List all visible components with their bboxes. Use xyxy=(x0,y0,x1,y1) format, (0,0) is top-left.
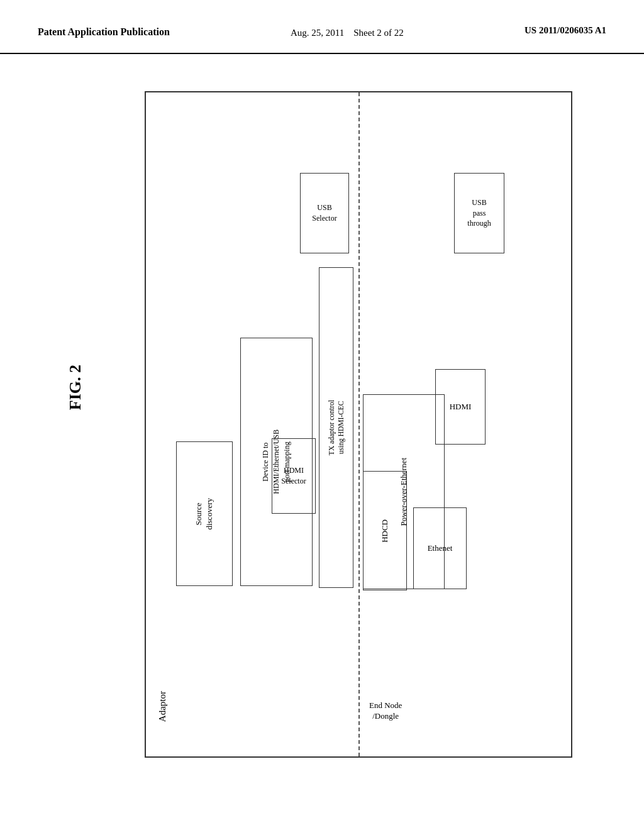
page-header: Patent Application Publication Aug. 25, … xyxy=(0,0,644,54)
usb-selector-box: USBSelector xyxy=(300,173,349,253)
tx-adaptor-box: TX adaptor controlusing HDMI-CEC xyxy=(319,267,353,588)
hdcd-box: HDCD xyxy=(363,471,407,590)
figure-label: FIG. 2 xyxy=(66,365,85,410)
patent-number: US 2011/0206035 A1 xyxy=(525,25,606,36)
source-discovery-box: Sourcediscovery xyxy=(176,441,233,586)
endnode-label: End Node/Dongle xyxy=(369,700,402,722)
hdmi-selector-box: HDMISelector xyxy=(272,438,316,514)
hdmi-right-box: HDMI xyxy=(435,369,486,445)
section-divider xyxy=(358,92,360,756)
usb-passthrough-box: USBpassthrough xyxy=(454,173,504,253)
ethernet-box: Ethenet xyxy=(413,507,467,589)
header-date-sheet: Aug. 25, 2011 Sheet 2 of 22 xyxy=(291,25,404,40)
adaptor-label: Adaptor xyxy=(157,691,168,722)
diagram-container: Adaptor End Node/Dongle Sourcediscovery … xyxy=(145,91,572,758)
publication-label: Patent Application Publication xyxy=(38,25,170,39)
